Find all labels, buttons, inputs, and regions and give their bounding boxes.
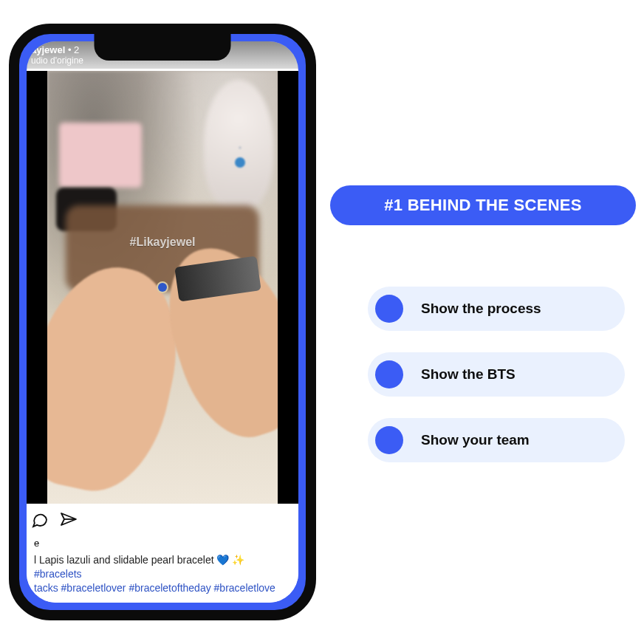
- prop-box: [59, 123, 142, 188]
- hashtag[interactable]: #bracelets: [34, 568, 82, 580]
- bullet-dot-icon: [375, 426, 403, 454]
- post-caption: l Lapis lazuli and slidable pearl bracel…: [34, 553, 291, 595]
- likes-line[interactable]: e: [34, 538, 291, 549]
- post-sep: •: [68, 44, 74, 55]
- prop-bust: [204, 80, 273, 210]
- phone-frame: ayjewel • 2 udio d'origine #: [9, 24, 316, 620]
- post-time: 2: [74, 44, 79, 55]
- bullet-text: Show the process: [421, 301, 541, 317]
- bead-icon: [158, 283, 167, 292]
- bullet-item: Show the BTS: [368, 352, 625, 397]
- post-footer: e l Lapis lazuli and slidable pearl brac…: [27, 504, 298, 603]
- phone-screen: ayjewel • 2 udio d'origine #: [27, 41, 298, 603]
- caption-emoji: 💙 ✨: [216, 554, 244, 566]
- share-icon[interactable]: [59, 511, 78, 532]
- phone-notch: [95, 32, 231, 61]
- bullet-dot-icon: [375, 360, 403, 388]
- bullet-dot-icon: [375, 295, 403, 323]
- comment-icon[interactable]: [31, 511, 49, 532]
- post-username[interactable]: ayjewel: [31, 44, 65, 55]
- canvas: ayjewel • 2 udio d'origine #: [0, 0, 644, 644]
- bullet-item: Show your team: [368, 418, 625, 462]
- bullet-item: Show the process: [368, 287, 625, 331]
- video-watermark: #Likayjewel: [130, 236, 196, 249]
- video-still: #Likayjewel: [47, 71, 278, 504]
- headline-text: #1 BEHIND THE SCENES: [384, 196, 582, 215]
- hashtag[interactable]: tacks #braceletlover #braceletoftheday #…: [34, 582, 275, 594]
- headline-pill: #1 BEHIND THE SCENES: [330, 185, 636, 225]
- bullet-text: Show your team: [421, 432, 530, 448]
- bullet-text: Show the BTS: [421, 366, 515, 383]
- caption-text: l Lapis lazuli and slidable pearl bracel…: [34, 554, 216, 566]
- post-action-bar: [31, 511, 291, 532]
- post-video[interactable]: #Likayjewel: [27, 71, 298, 504]
